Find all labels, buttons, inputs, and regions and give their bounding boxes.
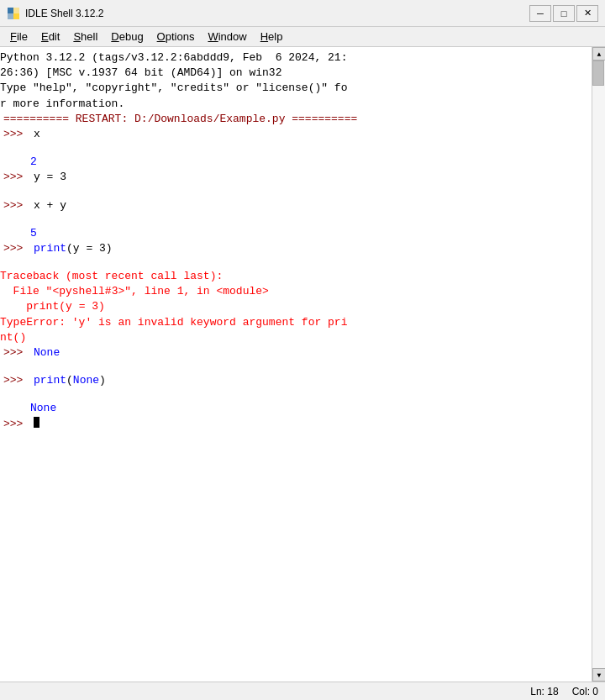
minimize-button[interactable]: ─ — [529, 5, 551, 22]
vertical-scrollbar[interactable]: ▲ ▼ — [592, 47, 605, 682]
menu-edit[interactable]: Edit — [34, 29, 66, 45]
maximize-button[interactable]: □ — [553, 5, 575, 22]
shell-content[interactable]: Python 3.12.2 (tags/v3.12.2:6abddd9, Feb… — [0, 47, 592, 682]
app-icon — [7, 7, 20, 20]
line-number: Ln: 18 — [530, 686, 558, 697]
scrollbar-thumb[interactable] — [592, 61, 604, 86]
svg-rect-2 — [8, 13, 13, 19]
menu-shell[interactable]: Shell — [66, 29, 104, 45]
window-controls: ─ □ ✕ — [529, 5, 598, 22]
menu-debug[interactable]: Debug — [104, 29, 150, 45]
scroll-up-button[interactable]: ▲ — [592, 47, 605, 61]
shell-wrapper: Python 3.12.2 (tags/v3.12.2:6abddd9, Feb… — [0, 47, 605, 682]
window-title: IDLE Shell 3.12.2 — [25, 8, 529, 19]
menu-bar: File Edit Shell Debug Options Window Hel… — [0, 27, 605, 47]
scroll-down-button[interactable]: ▼ — [592, 668, 605, 682]
menu-window[interactable]: Window — [201, 29, 253, 45]
svg-rect-1 — [13, 13, 19, 19]
menu-file[interactable]: File — [3, 29, 34, 45]
close-button[interactable]: ✕ — [576, 5, 598, 22]
scrollbar-track[interactable] — [592, 61, 605, 668]
column-number: Col: 0 — [572, 686, 598, 697]
svg-rect-0 — [8, 8, 13, 13]
menu-help[interactable]: Help — [254, 29, 290, 45]
title-bar: IDLE Shell 3.12.2 ─ □ ✕ — [0, 0, 605, 27]
menu-options[interactable]: Options — [150, 29, 202, 45]
status-bar: Ln: 18 Col: 0 — [0, 682, 605, 700]
svg-rect-3 — [13, 8, 19, 13]
